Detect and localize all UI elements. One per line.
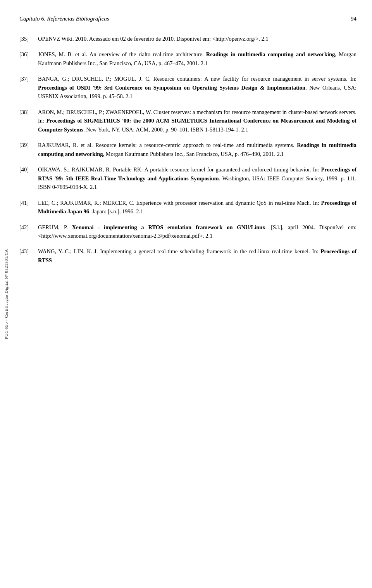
page-container: PUC-Rio - Certificação Digital Nº 052150… bbox=[0, 0, 372, 588]
list-item: [36]JONES, M. B. et al. An overview of t… bbox=[19, 50, 356, 67]
ref-number: [43] bbox=[19, 247, 38, 265]
ref-text: BANGA, G.; DRUSCHEL, P.; MOGUL, J. C. Re… bbox=[38, 74, 356, 100]
ref-text: LEE, C.; RAJKUMAR, R.; MERCER, C. Experi… bbox=[38, 199, 356, 216]
ref-text: ARON, M.; DRUSCHEL, P.; ZWAENEPOEL, W. C… bbox=[38, 108, 356, 134]
main-content: Capítulo 6. Referências Bibliográficas 9… bbox=[19, 12, 356, 265]
side-label: PUC-Rio - Certificação Digital Nº 052150… bbox=[4, 249, 9, 339]
list-item: [43]WANG, Y.-C.; LIN, K.-J. Implementing… bbox=[19, 247, 356, 265]
ref-number: [39] bbox=[19, 141, 38, 158]
list-item: [39]RAJKUMAR, R. et al. Resource kernels… bbox=[19, 141, 356, 158]
page-header: Capítulo 6. Referências Bibliográficas 9… bbox=[19, 16, 356, 24]
ref-text: RAJKUMAR, R. et al. Resource kernels: a … bbox=[38, 141, 356, 158]
ref-text: JONES, M. B. et al. An overview of the r… bbox=[38, 50, 356, 67]
side-label-container: PUC-Rio - Certificação Digital Nº 052150… bbox=[0, 0, 12, 588]
ref-text: OPENVZ Wiki. 2010. Acessado em 02 de fev… bbox=[38, 35, 356, 43]
ref-number: [35] bbox=[19, 35, 38, 43]
ref-number: [42] bbox=[19, 223, 38, 240]
list-item: [40]OIKAWA, S.; RAJKUMAR, R. Portable RK… bbox=[19, 165, 356, 191]
ref-text: GERUM, P. Xenomai - implementing a RTOS … bbox=[38, 223, 356, 240]
references-list: [35]OPENVZ Wiki. 2010. Acessado em 02 de… bbox=[19, 35, 356, 265]
ref-number: [38] bbox=[19, 108, 38, 134]
ref-number: [37] bbox=[19, 74, 38, 100]
page-number: 94 bbox=[351, 16, 356, 22]
list-item: [41]LEE, C.; RAJKUMAR, R.; MERCER, C. Ex… bbox=[19, 199, 356, 216]
ref-number: [40] bbox=[19, 165, 38, 191]
list-item: [42]GERUM, P. Xenomai - implementing a R… bbox=[19, 223, 356, 240]
list-item: [37]BANGA, G.; DRUSCHEL, P.; MOGUL, J. C… bbox=[19, 74, 356, 100]
list-item: [38]ARON, M.; DRUSCHEL, P.; ZWAENEPOEL, … bbox=[19, 108, 356, 134]
ref-text: WANG, Y.-C.; LIN, K.-J. Implementing a g… bbox=[38, 247, 356, 265]
chapter-title: Capítulo 6. Referências Bibliográficas bbox=[19, 16, 109, 22]
list-item: [35]OPENVZ Wiki. 2010. Acessado em 02 de… bbox=[19, 35, 356, 43]
ref-text: OIKAWA, S.; RAJKUMAR, R. Portable RK: A … bbox=[38, 165, 356, 191]
ref-number: [41] bbox=[19, 199, 38, 216]
ref-number: [36] bbox=[19, 50, 38, 67]
